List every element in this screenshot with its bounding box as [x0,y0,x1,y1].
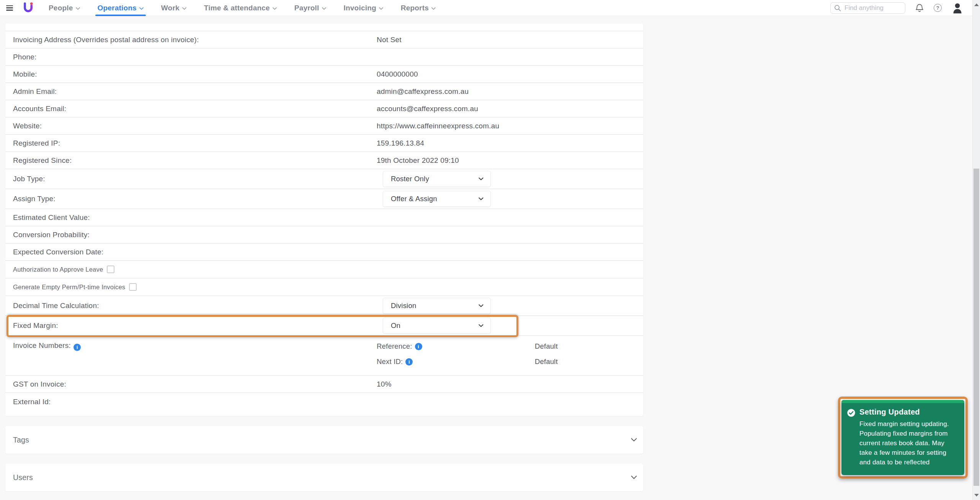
row-registered-ip: Registered IP: 159.196.13.84 [5,135,643,152]
checkbox-label: Generate Empty Perm/Pt-time Invoices [13,284,125,291]
info-icon[interactable]: i [405,358,413,366]
chevron-down-icon [479,324,483,327]
field-label: Job Type: [13,175,377,183]
scroll-up-arrow[interactable] [974,3,979,6]
field-value: https://www.caffeinneexpress.com.au [377,122,499,130]
field-label: Phone: [13,53,377,61]
hamburger-menu-icon[interactable] [6,5,13,11]
reference-label-text: Reference: [377,342,412,351]
field-label: Estimated Client Value: [13,213,377,222]
chevron-down-icon [322,7,326,10]
chevron-down-icon [139,7,144,10]
row-phone: Phone: [5,49,643,66]
row-expected-conversion-date: Expected Conversion Date: [5,244,643,261]
nav-label: Payroll [294,4,319,12]
job-type-select[interactable]: Roster Only [383,171,491,187]
notifications-bell-icon[interactable] [915,3,924,13]
field-label: Fixed Margin: [13,321,377,330]
row-external-id: External Id: [5,393,643,416]
search-icon [834,5,841,11]
chevron-down-icon [379,7,383,10]
field-label: Decimal Time Calculation: [13,302,377,310]
next-id-label-text: Next ID: [377,357,403,366]
field-label: Invoice Numbers:i [13,341,377,351]
row-admin-email: Admin Email: admin@caffexpress.com.au [5,83,643,100]
row-accounts-email: Accounts Email: accounts@caffexpress.com… [5,100,643,118]
field-label: Assign Type: [13,195,377,203]
users-section-title: Users [13,473,33,482]
nav-item-invoicing[interactable]: Invoicing [344,0,383,16]
chevron-down-icon [431,7,436,10]
assign-type-select[interactable]: Offer & Assign [383,191,491,207]
field-value: 0400000000 [377,70,418,79]
nav-label: Reports [401,4,429,12]
main-nav: People Operations Work Time & attendance… [49,0,453,16]
invoice-numbers-values: Reference:i Default Next ID:i Default [377,341,558,366]
toast-title: Setting Updated [859,408,958,416]
field-label: Registered Since: [13,156,377,165]
checkbox-label: Authorization to Approve Leave [13,266,103,273]
help-glyph: ? [936,5,939,11]
generate-empty-invoices-checkbox[interactable] [129,283,137,291]
tags-section-header[interactable]: Tags [5,426,643,454]
row-invoice-numbers: Invoice Numbers:i Reference:i Default Ne… [5,336,643,376]
field-label: Registered IP: [13,139,377,148]
scrollbar-thumb[interactable] [973,169,979,486]
field-label: External Id: [13,398,377,406]
nav-item-operations[interactable]: Operations [98,0,144,16]
selected-value: Offer & Assign [391,195,437,203]
row-gst-on-invoice: GST on Invoice: 10% [5,376,643,393]
toast-message: Fixed margin setting updating. Populatin… [859,420,958,467]
fixed-margin-select[interactable]: On [383,318,491,334]
clipped-row [5,24,643,31]
chevron-down-icon [631,438,637,442]
logo-icon [23,2,33,14]
next-id-value: Default [535,357,558,366]
field-label: Accounts Email: [13,105,377,113]
success-check-icon [847,408,856,417]
search-input[interactable] [830,2,905,14]
nav-item-reports[interactable]: Reports [401,0,436,16]
chevron-down-icon [76,7,80,10]
decimal-time-calculation-select[interactable]: Division [383,298,491,314]
info-icon[interactable]: i [415,343,422,350]
row-mobile: Mobile: 0400000000 [5,66,643,83]
help-icon[interactable]: ? [934,4,942,12]
row-decimal-time-calculation: Decimal Time Calculation: Division [5,296,643,316]
nav-item-time-attendance[interactable]: Time & attendance [204,0,277,16]
toast-progress-strip [841,400,964,403]
reference-value: Default [535,342,558,351]
nav-item-work[interactable]: Work [161,0,186,16]
row-fixed-margin: Fixed Margin: On [5,316,643,336]
chevron-down-icon [182,7,186,10]
field-label: GST on Invoice: [13,380,377,389]
nav-label: Operations [98,4,137,12]
nav-item-people[interactable]: People [49,0,80,16]
main-content: Invoicing Address (Overrides postal addr… [0,16,972,500]
field-label: Expected Conversion Date: [13,248,377,256]
invoice-numbers-label: Invoice Numbers: [13,341,71,349]
row-invoicing-address: Invoicing Address (Overrides postal addr… [5,31,643,49]
tags-section-title: Tags [13,436,29,444]
vertical-scrollbar[interactable] [972,0,980,500]
nav-item-payroll[interactable]: Payroll [294,0,326,16]
users-section-header[interactable]: Users [5,464,643,491]
topbar-right-cluster: ? [830,2,969,14]
nav-label: Invoicing [344,4,376,12]
global-search [830,2,905,14]
selected-value: On [391,321,400,330]
row-authorization-approve-leave: Authorization to Approve Leave [5,261,643,279]
field-label: Admin Email: [13,87,377,96]
user-avatar[interactable] [952,2,963,14]
chevron-down-icon [631,475,637,479]
field-label: Invoicing Address (Overrides postal addr… [13,36,377,44]
row-estimated-client-value: Estimated Client Value: [5,209,643,226]
chevron-down-icon [479,304,483,307]
info-icon[interactable]: i [74,344,81,351]
row-generate-empty-invoices: Generate Empty Perm/Pt-time Invoices [5,279,643,296]
authorization-approve-leave-checkbox[interactable] [107,266,114,273]
scroll-down-arrow[interactable] [974,494,979,497]
app-logo[interactable] [23,2,33,14]
toast-text: Setting Updated Fixed margin setting upd… [859,408,958,467]
row-assign-type: Assign Type: Offer & Assign [5,189,643,209]
